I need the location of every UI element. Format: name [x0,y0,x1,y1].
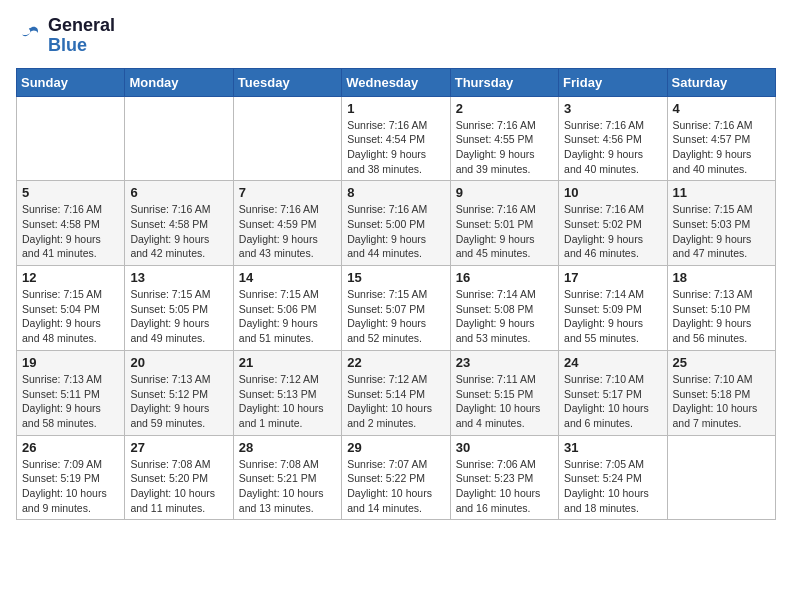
day-number: 13 [130,270,227,285]
day-number: 16 [456,270,553,285]
calendar-day-4: 4 Sunrise: 7:16 AM Sunset: 4:57 PM Dayli… [667,96,775,181]
day-info: Sunrise: 7:10 AM Sunset: 5:17 PM Dayligh… [564,372,661,431]
day-number: 7 [239,185,336,200]
day-info: Sunrise: 7:16 AM Sunset: 4:56 PM Dayligh… [564,118,661,177]
day-info: Sunrise: 7:16 AM Sunset: 4:59 PM Dayligh… [239,202,336,261]
calendar-day-7: 7 Sunrise: 7:16 AM Sunset: 4:59 PM Dayli… [233,181,341,266]
weekday-header-thursday: Thursday [450,68,558,96]
calendar-day-15: 15 Sunrise: 7:15 AM Sunset: 5:07 PM Dayl… [342,266,450,351]
day-number: 23 [456,355,553,370]
weekday-header-wednesday: Wednesday [342,68,450,96]
day-info: Sunrise: 7:16 AM Sunset: 5:02 PM Dayligh… [564,202,661,261]
calendar-body: 1 Sunrise: 7:16 AM Sunset: 4:54 PM Dayli… [17,96,776,520]
day-number: 30 [456,440,553,455]
day-info: Sunrise: 7:14 AM Sunset: 5:09 PM Dayligh… [564,287,661,346]
weekday-header-sunday: Sunday [17,68,125,96]
calendar-day-18: 18 Sunrise: 7:13 AM Sunset: 5:10 PM Dayl… [667,266,775,351]
day-number: 4 [673,101,770,116]
day-number: 8 [347,185,444,200]
day-number: 21 [239,355,336,370]
calendar-day-26: 26 Sunrise: 7:09 AM Sunset: 5:19 PM Dayl… [17,435,125,520]
day-number: 1 [347,101,444,116]
day-number: 11 [673,185,770,200]
day-info: Sunrise: 7:15 AM Sunset: 5:06 PM Dayligh… [239,287,336,346]
calendar-day-10: 10 Sunrise: 7:16 AM Sunset: 5:02 PM Dayl… [559,181,667,266]
calendar-day-28: 28 Sunrise: 7:08 AM Sunset: 5:21 PM Dayl… [233,435,341,520]
day-info: Sunrise: 7:13 AM Sunset: 5:10 PM Dayligh… [673,287,770,346]
calendar-week-1: 1 Sunrise: 7:16 AM Sunset: 4:54 PM Dayli… [17,96,776,181]
day-number: 15 [347,270,444,285]
day-number: 25 [673,355,770,370]
day-info: Sunrise: 7:16 AM Sunset: 5:01 PM Dayligh… [456,202,553,261]
day-info: Sunrise: 7:16 AM Sunset: 4:58 PM Dayligh… [22,202,119,261]
calendar-week-5: 26 Sunrise: 7:09 AM Sunset: 5:19 PM Dayl… [17,435,776,520]
day-number: 28 [239,440,336,455]
day-info: Sunrise: 7:15 AM Sunset: 5:05 PM Dayligh… [130,287,227,346]
page-header: General Blue [16,16,776,56]
calendar-day-21: 21 Sunrise: 7:12 AM Sunset: 5:13 PM Dayl… [233,350,341,435]
day-number: 31 [564,440,661,455]
day-info: Sunrise: 7:12 AM Sunset: 5:14 PM Dayligh… [347,372,444,431]
day-number: 26 [22,440,119,455]
day-number: 20 [130,355,227,370]
day-info: Sunrise: 7:06 AM Sunset: 5:23 PM Dayligh… [456,457,553,516]
calendar-day-6: 6 Sunrise: 7:16 AM Sunset: 4:58 PM Dayli… [125,181,233,266]
calendar-day-9: 9 Sunrise: 7:16 AM Sunset: 5:01 PM Dayli… [450,181,558,266]
logo-text: General Blue [48,16,115,56]
day-info: Sunrise: 7:16 AM Sunset: 4:58 PM Dayligh… [130,202,227,261]
calendar-day-25: 25 Sunrise: 7:10 AM Sunset: 5:18 PM Dayl… [667,350,775,435]
calendar-day-5: 5 Sunrise: 7:16 AM Sunset: 4:58 PM Dayli… [17,181,125,266]
day-number: 10 [564,185,661,200]
day-info: Sunrise: 7:11 AM Sunset: 5:15 PM Dayligh… [456,372,553,431]
day-number: 27 [130,440,227,455]
calendar-day-16: 16 Sunrise: 7:14 AM Sunset: 5:08 PM Dayl… [450,266,558,351]
calendar-day-30: 30 Sunrise: 7:06 AM Sunset: 5:23 PM Dayl… [450,435,558,520]
day-number: 29 [347,440,444,455]
calendar-day-24: 24 Sunrise: 7:10 AM Sunset: 5:17 PM Dayl… [559,350,667,435]
calendar-day-27: 27 Sunrise: 7:08 AM Sunset: 5:20 PM Dayl… [125,435,233,520]
day-number: 24 [564,355,661,370]
day-info: Sunrise: 7:13 AM Sunset: 5:11 PM Dayligh… [22,372,119,431]
logo: General Blue [16,16,115,56]
calendar-day-14: 14 Sunrise: 7:15 AM Sunset: 5:06 PM Dayl… [233,266,341,351]
day-number: 6 [130,185,227,200]
day-number: 9 [456,185,553,200]
day-info: Sunrise: 7:15 AM Sunset: 5:04 PM Dayligh… [22,287,119,346]
calendar-day-22: 22 Sunrise: 7:12 AM Sunset: 5:14 PM Dayl… [342,350,450,435]
calendar-day-2: 2 Sunrise: 7:16 AM Sunset: 4:55 PM Dayli… [450,96,558,181]
calendar-day-1: 1 Sunrise: 7:16 AM Sunset: 4:54 PM Dayli… [342,96,450,181]
day-info: Sunrise: 7:10 AM Sunset: 5:18 PM Dayligh… [673,372,770,431]
calendar-day-31: 31 Sunrise: 7:05 AM Sunset: 5:24 PM Dayl… [559,435,667,520]
day-info: Sunrise: 7:09 AM Sunset: 5:19 PM Dayligh… [22,457,119,516]
day-info: Sunrise: 7:05 AM Sunset: 5:24 PM Dayligh… [564,457,661,516]
calendar-day-13: 13 Sunrise: 7:15 AM Sunset: 5:05 PM Dayl… [125,266,233,351]
logo-bird-icon [16,22,44,50]
day-number: 3 [564,101,661,116]
day-info: Sunrise: 7:16 AM Sunset: 4:57 PM Dayligh… [673,118,770,177]
calendar-week-2: 5 Sunrise: 7:16 AM Sunset: 4:58 PM Dayli… [17,181,776,266]
day-info: Sunrise: 7:12 AM Sunset: 5:13 PM Dayligh… [239,372,336,431]
day-info: Sunrise: 7:08 AM Sunset: 5:20 PM Dayligh… [130,457,227,516]
day-info: Sunrise: 7:15 AM Sunset: 5:07 PM Dayligh… [347,287,444,346]
day-info: Sunrise: 7:16 AM Sunset: 4:55 PM Dayligh… [456,118,553,177]
weekday-header-friday: Friday [559,68,667,96]
day-number: 22 [347,355,444,370]
day-info: Sunrise: 7:08 AM Sunset: 5:21 PM Dayligh… [239,457,336,516]
calendar-day-20: 20 Sunrise: 7:13 AM Sunset: 5:12 PM Dayl… [125,350,233,435]
weekday-header-saturday: Saturday [667,68,775,96]
calendar-week-4: 19 Sunrise: 7:13 AM Sunset: 5:11 PM Dayl… [17,350,776,435]
day-number: 5 [22,185,119,200]
weekday-header-monday: Monday [125,68,233,96]
calendar-day-3: 3 Sunrise: 7:16 AM Sunset: 4:56 PM Dayli… [559,96,667,181]
day-number: 12 [22,270,119,285]
day-info: Sunrise: 7:15 AM Sunset: 5:03 PM Dayligh… [673,202,770,261]
empty-cell [667,435,775,520]
day-info: Sunrise: 7:14 AM Sunset: 5:08 PM Dayligh… [456,287,553,346]
calendar-day-29: 29 Sunrise: 7:07 AM Sunset: 5:22 PM Dayl… [342,435,450,520]
empty-cell [233,96,341,181]
day-number: 18 [673,270,770,285]
day-info: Sunrise: 7:07 AM Sunset: 5:22 PM Dayligh… [347,457,444,516]
calendar-day-19: 19 Sunrise: 7:13 AM Sunset: 5:11 PM Dayl… [17,350,125,435]
empty-cell [17,96,125,181]
calendar-day-12: 12 Sunrise: 7:15 AM Sunset: 5:04 PM Dayl… [17,266,125,351]
